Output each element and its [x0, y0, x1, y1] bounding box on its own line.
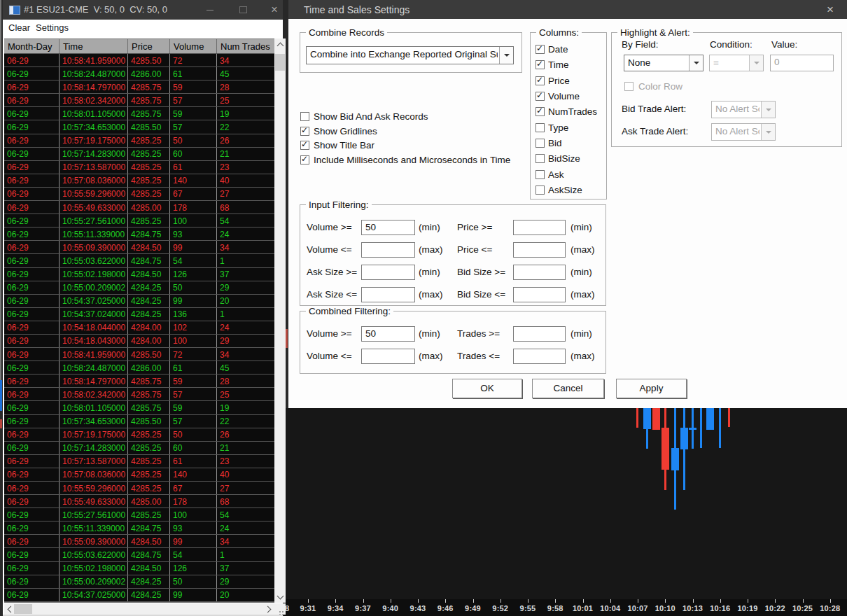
column-checkbox[interactable]: ✓ — [536, 92, 545, 101]
by-field-dropdown[interactable]: None — [624, 55, 704, 71]
ok-button[interactable]: OK — [452, 379, 522, 398]
table-row[interactable]: 06-2910:58:14.7970004285.755928 — [4, 80, 274, 94]
resize-grip[interactable] — [274, 603, 286, 615]
column-header[interactable]: Time — [59, 39, 128, 53]
table-row[interactable]: 06-2910:58:14.7970004285.755928 — [4, 374, 274, 388]
input-filter-input[interactable] — [513, 220, 566, 235]
table-row[interactable]: 06-2910:57:34.6530004285.505722 — [4, 415, 274, 428]
table-row[interactable]: 06-2910:57:19.1750004285.255026 — [4, 134, 274, 148]
chevron-down-icon[interactable] — [499, 47, 513, 64]
table-row[interactable]: 06-2910:54:18.0430004284.0010029 — [4, 335, 274, 348]
table-row[interactable]: 06-2910:58:01.1050004285.755919 — [4, 107, 274, 120]
input-filter-input[interactable]: 50 — [361, 220, 415, 235]
chevron-down-icon[interactable] — [689, 55, 703, 71]
column-checkbox[interactable] — [536, 123, 545, 132]
table-row[interactable]: 06-2910:55:49.6330004285.0017868 — [4, 495, 274, 508]
table-row[interactable]: 06-2910:54:37.0240004284.251361 — [4, 602, 274, 603]
menu-settings[interactable]: Settings — [36, 22, 69, 33]
table-row[interactable]: 06-2910:57:19.1750004285.255026 — [4, 428, 274, 442]
table-row[interactable]: 06-2910:58:02.3420004285.755725 — [4, 94, 274, 107]
input-filter-input[interactable] — [513, 242, 566, 258]
column-checkbox[interactable]: ✓ — [536, 60, 545, 69]
column-checkbox[interactable] — [536, 139, 545, 148]
column-checkbox[interactable] — [536, 186, 545, 195]
input-filter-input[interactable] — [513, 265, 566, 280]
axis-tick — [748, 599, 748, 603]
scroll-right-button[interactable] — [263, 603, 274, 615]
dialog-close-button[interactable]: × — [822, 2, 839, 18]
table-cell: 10:57:14.283000 — [59, 442, 128, 454]
table-row[interactable]: 06-2910:55:27.5610004285.2510054 — [4, 508, 274, 522]
column-checkbox[interactable] — [536, 154, 545, 163]
close-button[interactable]: × — [262, 0, 286, 20]
table-row[interactable]: 06-2910:57:14.2830004285.256021 — [4, 148, 274, 161]
table-row[interactable]: 06-2910:57:34.6530004285.505722 — [4, 120, 274, 134]
vertical-scrollbar-thumb[interactable] — [275, 54, 285, 71]
column-header[interactable]: Num Trades — [217, 39, 274, 53]
column-header[interactable]: Volume — [170, 39, 217, 53]
column-checkbox[interactable]: ✓ — [536, 45, 545, 54]
table-cell: 10:55:03.622000 — [59, 548, 128, 561]
apply-button[interactable]: Apply — [616, 379, 687, 398]
table-row[interactable]: 06-2910:55:03.6220004284.75541 — [4, 254, 274, 267]
combined-filter-input[interactable] — [513, 326, 566, 342]
option-checkbox[interactable] — [300, 112, 309, 121]
input-filter-input[interactable] — [361, 287, 415, 302]
maximize-button[interactable] — [231, 0, 255, 20]
table-row[interactable]: 06-2910:55:02.1980004284.5012637 — [4, 268, 274, 281]
horizontal-scrollbar-thumb[interactable] — [14, 604, 32, 614]
combine-records-dropdown[interactable]: Combine into Exchange Reported Original … — [306, 46, 514, 64]
cancel-button[interactable]: Cancel — [532, 379, 604, 398]
vertical-scrollbar[interactable] — [274, 38, 286, 603]
table-row[interactable]: 06-2910:54:18.0440004284.0010224 — [4, 321, 274, 335]
combined-filter-input[interactable] — [513, 349, 566, 364]
table-row[interactable]: 06-2910:55:09.3900004284.509934 — [4, 535, 274, 548]
title-bar[interactable]: #1 ESU21-CME V: 50, 0 CV: 50, 0 × — [3, 0, 283, 20]
table-row[interactable]: 06-2910:55:59.2960004285.256727 — [4, 188, 274, 201]
horizontal-scrollbar[interactable] — [4, 603, 274, 615]
column-header[interactable]: Month-Day — [4, 39, 59, 53]
table-row[interactable]: 06-2910:57:13.5870004285.256123 — [4, 455, 274, 468]
table-body[interactable]: 06-2910:58:41.9590004285.50723406-2910:5… — [4, 54, 274, 603]
column-checkbox[interactable]: ✓ — [536, 107, 545, 116]
input-filter-input[interactable] — [513, 287, 566, 302]
table-row[interactable]: 06-2910:55:09.3900004284.509934 — [4, 241, 274, 254]
table-row[interactable]: 06-2910:58:24.4870004286.006145 — [4, 361, 274, 374]
table-row[interactable]: 06-2910:55:00.2090024284.255029 — [4, 281, 274, 295]
table-row[interactable]: 06-2910:55:03.6220004284.75541 — [4, 548, 274, 561]
dialog-title-bar[interactable]: Time and Sales Settings × — [288, 0, 847, 19]
table-row[interactable]: 06-2910:58:24.4870004286.006145 — [4, 67, 274, 80]
option-checkbox[interactable]: ✓ — [300, 141, 309, 150]
table-row[interactable]: 06-2910:55:49.6330004285.0017868 — [4, 201, 274, 214]
table-row[interactable]: 06-2910:55:02.1980004284.5012637 — [4, 562, 274, 575]
table-row[interactable]: 06-2910:54:37.0250004284.259920 — [4, 295, 274, 308]
table-row[interactable]: 06-2910:57:14.2830004285.256021 — [4, 442, 274, 455]
table-row[interactable]: 06-2910:57:08.0360004285.2514040 — [4, 468, 274, 482]
column-checkbox[interactable] — [536, 170, 545, 179]
input-filter-input[interactable] — [361, 265, 415, 280]
table-row[interactable]: 06-2910:55:11.3390004284.759324 — [4, 522, 274, 535]
combined-filter-input[interactable]: 50 — [361, 326, 415, 342]
option-checkbox[interactable]: ✓ — [300, 155, 309, 164]
table-row[interactable]: 06-2910:58:41.9590004285.507234 — [4, 54, 274, 67]
table-row[interactable]: 06-2910:54:37.0250004284.259920 — [4, 589, 274, 602]
table-row[interactable]: 06-2910:55:11.3390004284.759324 — [4, 227, 274, 241]
table-row[interactable]: 06-2910:55:59.2960004285.256727 — [4, 482, 274, 495]
table-row[interactable]: 06-2910:57:13.5870004285.256123 — [4, 161, 274, 174]
scroll-up-button[interactable] — [274, 38, 286, 50]
scroll-down-button[interactable] — [274, 591, 286, 603]
combined-filter-input[interactable] — [361, 349, 415, 364]
table-row[interactable]: 06-2910:58:02.3420004285.755725 — [4, 388, 274, 401]
table-row[interactable]: 06-2910:54:37.0240004284.251361 — [4, 308, 274, 321]
table-row[interactable]: 06-2910:58:01.1050004285.755919 — [4, 401, 274, 414]
column-checkbox[interactable]: ✓ — [536, 76, 545, 85]
column-header[interactable]: Price — [128, 39, 170, 53]
table-row[interactable]: 06-2910:55:27.5610004285.2510054 — [4, 214, 274, 227]
table-row[interactable]: 06-2910:57:08.0360004285.2514040 — [4, 174, 274, 188]
input-filter-input[interactable] — [361, 242, 415, 258]
minimize-button[interactable] — [198, 0, 222, 20]
table-row[interactable]: 06-2910:55:00.2090024284.255029 — [4, 575, 274, 589]
menu-clear[interactable]: Clear — [8, 22, 30, 33]
option-checkbox[interactable]: ✓ — [300, 127, 309, 136]
table-row[interactable]: 06-2910:58:41.9590004285.507234 — [4, 348, 274, 361]
